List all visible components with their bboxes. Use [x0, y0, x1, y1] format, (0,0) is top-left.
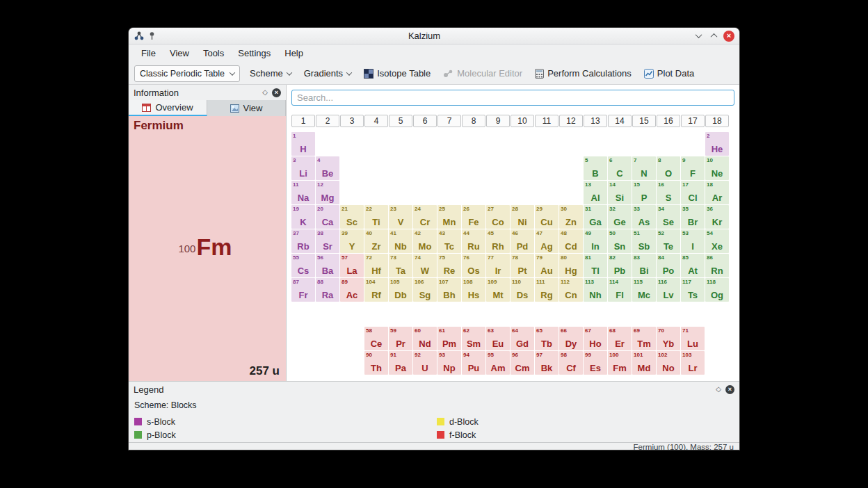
element-Nd[interactable]: 60Nd: [413, 327, 437, 350]
close-panel-icon[interactable]: ×: [272, 88, 281, 97]
element-Ge[interactable]: 32Ge: [608, 205, 632, 229]
element-Sn[interactable]: 50Sn: [608, 229, 632, 253]
element-Ar[interactable]: 18Ar: [705, 181, 729, 204]
element-Ra[interactable]: 88Ra: [316, 278, 339, 302]
element-Ce[interactable]: 58Ce: [364, 327, 388, 350]
group-header-7[interactable]: 7: [437, 115, 461, 127]
shade-button[interactable]: [693, 31, 704, 42]
element-Mt[interactable]: 109Mt: [486, 278, 510, 302]
group-header-10[interactable]: 10: [511, 115, 534, 127]
scheme-menu-button[interactable]: Scheme: [247, 65, 294, 82]
tab-overview[interactable]: Overview: [129, 100, 207, 116]
group-header-16[interactable]: 16: [657, 115, 680, 127]
element-Ds[interactable]: 110Ds: [511, 278, 534, 302]
element-Tc[interactable]: 43Tc: [437, 229, 461, 253]
element-Te[interactable]: 52Te: [657, 229, 680, 253]
element-P[interactable]: 15P: [632, 181, 656, 204]
element-Tm[interactable]: 69Tm: [632, 327, 656, 350]
element-Cn[interactable]: 112Cn: [559, 278, 583, 302]
group-header-13[interactable]: 13: [584, 115, 607, 127]
group-header-11[interactable]: 11: [535, 115, 558, 127]
group-header-12[interactable]: 12: [559, 115, 583, 127]
element-Sc[interactable]: 21Sc: [340, 205, 364, 229]
element-F[interactable]: 9F: [681, 156, 705, 180]
float-panel-icon[interactable]: ◇: [262, 89, 268, 96]
perform-calculations-button[interactable]: Perform Calculations: [532, 65, 634, 82]
element-Tb[interactable]: 65Tb: [535, 327, 558, 350]
group-header-17[interactable]: 17: [681, 115, 705, 127]
group-header-8[interactable]: 8: [462, 115, 485, 127]
element-Y[interactable]: 39Y: [340, 229, 364, 253]
element-Cl[interactable]: 17Cl: [681, 181, 705, 204]
element-Pr[interactable]: 59Pr: [389, 327, 412, 350]
element-Pt[interactable]: 78Pt: [511, 254, 534, 277]
menu-settings[interactable]: Settings: [231, 44, 278, 63]
element-Fr[interactable]: 87Fr: [291, 278, 315, 302]
element-Er[interactable]: 68Er: [608, 327, 632, 350]
element-Si[interactable]: 14Si: [608, 181, 632, 204]
element-Os[interactable]: 76Os: [462, 254, 485, 277]
element-Hs[interactable]: 108Hs: [462, 278, 485, 302]
menu-file[interactable]: File: [134, 44, 163, 63]
element-Ac[interactable]: 89Ac: [340, 278, 364, 302]
element-Bh[interactable]: 107Bh: [437, 278, 461, 302]
element-Sb[interactable]: 51Sb: [632, 229, 656, 253]
element-Fm[interactable]: 100Fm: [608, 351, 632, 375]
element-Db[interactable]: 105Db: [389, 278, 412, 302]
element-Ag[interactable]: 47Ag: [535, 229, 558, 253]
element-Ne[interactable]: 10Ne: [705, 156, 729, 180]
group-header-1[interactable]: 1: [291, 115, 315, 127]
menu-tools[interactable]: Tools: [196, 44, 231, 63]
element-Rg[interactable]: 111Rg: [535, 278, 558, 302]
element-Tl[interactable]: 81Tl: [584, 254, 607, 277]
element-Pu[interactable]: 94Pu: [462, 351, 485, 375]
element-Lu[interactable]: 71Lu: [681, 327, 705, 350]
element-H[interactable]: 1H: [291, 132, 315, 156]
float-panel-icon[interactable]: ◇: [716, 386, 721, 393]
element-Na[interactable]: 11Na: [291, 181, 315, 204]
element-Mc[interactable]: 115Mc: [632, 278, 656, 302]
element-K[interactable]: 19K: [291, 205, 315, 229]
element-Lv[interactable]: 116Lv: [657, 278, 680, 302]
element-Bi[interactable]: 83Bi: [632, 254, 656, 277]
element-Ba[interactable]: 56Ba: [316, 254, 339, 277]
element-At[interactable]: 85At: [681, 254, 705, 277]
element-Cd[interactable]: 48Cd: [559, 229, 583, 253]
element-Fl[interactable]: 114Fl: [608, 278, 632, 302]
element-Rh[interactable]: 45Rh: [486, 229, 510, 253]
element-Cf[interactable]: 98Cf: [559, 351, 583, 375]
element-Re[interactable]: 75Re: [437, 254, 461, 277]
element-Ir[interactable]: 77Ir: [486, 254, 510, 277]
element-Mn[interactable]: 25Mn: [437, 205, 461, 229]
element-V[interactable]: 23V: [389, 205, 412, 229]
element-Ga[interactable]: 31Ga: [584, 205, 607, 229]
group-header-3[interactable]: 3: [340, 115, 364, 127]
isotope-table-button[interactable]: Isotope Table: [361, 65, 433, 82]
element-Ca[interactable]: 20Ca: [316, 205, 339, 229]
gradients-menu-button[interactable]: Gradients: [301, 65, 354, 82]
element-Sg[interactable]: 106Sg: [413, 278, 437, 302]
table-type-select[interactable]: Classic Periodic Table: [134, 65, 240, 82]
element-Cu[interactable]: 29Cu: [535, 205, 558, 229]
element-As[interactable]: 33As: [632, 205, 656, 229]
element-Se[interactable]: 34Se: [657, 205, 680, 229]
element-Am[interactable]: 95Am: [486, 351, 510, 375]
element-La[interactable]: 57La: [340, 254, 364, 277]
group-header-9[interactable]: 9: [486, 115, 510, 127]
element-Ho[interactable]: 67Ho: [584, 327, 607, 350]
menu-view[interactable]: View: [163, 44, 196, 63]
element-Yb[interactable]: 70Yb: [657, 327, 680, 350]
element-Zn[interactable]: 30Zn: [559, 205, 583, 229]
element-Rn[interactable]: 86Rn: [705, 254, 729, 277]
element-Bk[interactable]: 97Bk: [535, 351, 558, 375]
search-input[interactable]: [291, 90, 734, 106]
element-Nb[interactable]: 41Nb: [389, 229, 412, 253]
element-Rb[interactable]: 37Rb: [291, 229, 315, 253]
element-Li[interactable]: 3Li: [291, 156, 315, 180]
group-header-6[interactable]: 6: [413, 115, 437, 127]
element-Mo[interactable]: 42Mo: [413, 229, 437, 253]
element-Ts[interactable]: 117Ts: [681, 278, 705, 302]
group-header-5[interactable]: 5: [389, 115, 412, 127]
element-Mg[interactable]: 12Mg: [316, 181, 339, 204]
element-Br[interactable]: 35Br: [681, 205, 705, 229]
